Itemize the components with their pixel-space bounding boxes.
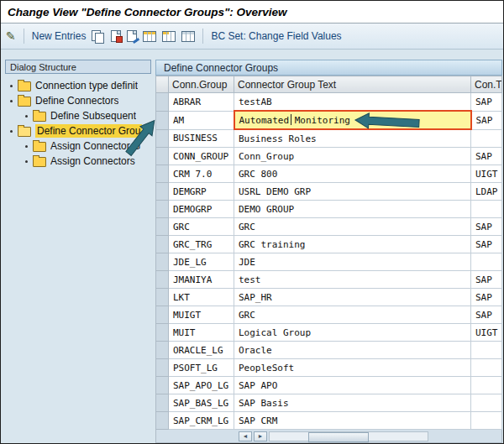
table-row[interactable]: PSOFT_LGPeopleSoft	[156, 359, 502, 377]
con-type-cell[interactable]	[471, 342, 502, 359]
group-text-cell[interactable]: test	[234, 271, 471, 289]
table-row[interactable]: ABRARtestABSAP	[156, 93, 502, 112]
conn-group-cell[interactable]: SAP_BAS_LG	[169, 394, 234, 412]
conn-group-cell[interactable]: DEMGRP	[169, 183, 234, 201]
table-row[interactable]: JMANIYAtestSAP	[156, 271, 502, 289]
table-row[interactable]: LKTSAP_HRSAP	[156, 289, 502, 306]
select-block-icon[interactable]	[162, 31, 176, 42]
row-selector[interactable]	[156, 289, 169, 306]
table-row[interactable]: GRCGRCSAP	[156, 218, 502, 236]
group-text-cell[interactable]: GRC 800	[234, 165, 471, 183]
column-header-conn-group[interactable]: Conn.Group	[169, 76, 234, 93]
conn-group-cell[interactable]: SAP_CRM_LG	[169, 412, 234, 430]
select-all-corner[interactable]	[156, 76, 169, 93]
table-row[interactable]: MUITLogical GroupUIGT	[156, 324, 502, 342]
table-row[interactable]: DEMGRPUSRL DEMO GRPLDAP	[156, 183, 502, 201]
con-type-cell[interactable]	[471, 377, 502, 394]
group-text-cell[interactable]: testAB	[234, 93, 471, 112]
tree-item-define-subsequent[interactable]: Define Subsequent	[5, 108, 151, 123]
con-type-cell[interactable]: SAP	[471, 271, 502, 289]
group-text-cell[interactable]: Logical Group	[234, 324, 471, 342]
new-entries-button[interactable]: New Entries	[32, 30, 87, 42]
row-selector[interactable]	[156, 236, 169, 253]
undo-change-icon[interactable]	[127, 30, 137, 42]
con-type-cell[interactable]	[471, 253, 502, 271]
row-selector[interactable]	[156, 218, 169, 236]
conn-group-cell[interactable]: ORACLE_LG	[169, 342, 234, 359]
bc-set-button[interactable]: BC Set: Change Field Values	[211, 30, 341, 42]
group-text-cell[interactable]: Oracle	[234, 342, 471, 359]
con-type-cell[interactable]: SAP	[471, 306, 502, 324]
table-row[interactable]: AMAutomated MonitoringSAP	[156, 111, 502, 129]
row-selector[interactable]	[156, 165, 169, 183]
table-row[interactable]: ORACLE_LGOracle	[156, 342, 502, 359]
tree-item-assign-connectors[interactable]: Assign Connectors	[5, 154, 151, 169]
conn-group-cell[interactable]: MUIT	[169, 324, 234, 342]
table-row[interactable]: SAP_APO_LGSAP APO	[156, 377, 502, 394]
con-type-cell[interactable]: SAP	[471, 148, 502, 165]
conn-group-cell[interactable]: JMANIYA	[169, 271, 234, 289]
group-text-cell[interactable]: GRC	[234, 218, 471, 236]
group-text-cell[interactable]: DEMO GROUP	[234, 201, 471, 218]
conn-group-cell[interactable]: BUSINESS	[169, 129, 234, 148]
table-row[interactable]: CRM 7.0GRC 800UIGT	[156, 165, 502, 183]
row-selector[interactable]	[156, 271, 169, 289]
con-type-cell[interactable]: SAP	[471, 236, 502, 253]
conn-group-cell[interactable]: GRC_TRG	[169, 236, 234, 253]
conn-group-cell[interactable]: LKT	[169, 289, 234, 306]
table-row[interactable]: MUIGTGRCSAP	[156, 306, 502, 324]
con-type-cell[interactable]: SAP	[471, 111, 502, 129]
scrollbar-thumb[interactable]	[308, 432, 369, 442]
con-type-cell[interactable]	[471, 412, 502, 430]
row-selector[interactable]	[156, 93, 169, 112]
group-text-cell[interactable]: JDE	[234, 253, 471, 271]
conn-group-cell[interactable]: PSOFT_LG	[169, 359, 234, 377]
tree-item-connection-type-definit[interactable]: Connection type definit	[5, 78, 151, 93]
group-text-cell[interactable]: GRC training	[234, 236, 471, 253]
scrollbar-track[interactable]	[269, 431, 428, 441]
scroll-right-button[interactable]: ►	[254, 431, 267, 441]
row-selector[interactable]	[156, 342, 169, 359]
copy-as-icon[interactable]	[92, 30, 105, 43]
row-selector[interactable]	[156, 201, 169, 218]
group-text-cell[interactable]: SAP Basis	[234, 394, 471, 412]
con-type-cell[interactable]	[471, 394, 502, 412]
conn-group-cell[interactable]: DEMOGRP	[169, 201, 234, 218]
column-header-group-text[interactable]: Connector Group Text	[234, 76, 471, 93]
group-text-cell[interactable]: PeopleSoft	[234, 359, 471, 377]
group-text-cell[interactable]: Conn_Group	[234, 148, 471, 165]
row-selector[interactable]	[156, 306, 169, 324]
conn-group-cell[interactable]: SAP_APO_LG	[169, 377, 234, 394]
conn-group-cell[interactable]: GRC	[169, 218, 234, 236]
group-text-cell[interactable]: USRL DEMO GRP	[234, 183, 471, 201]
tree-item-define-connectors[interactable]: Define Connectors	[5, 93, 151, 108]
conn-group-cell[interactable]: AM	[169, 111, 234, 129]
delete-icon[interactable]	[111, 30, 121, 42]
group-text-cell[interactable]: Business Roles	[234, 129, 471, 148]
tree-item-define-connector-grou[interactable]: Define Connector Grou	[5, 123, 151, 138]
group-text-cell[interactable]: Automated Monitoring	[234, 111, 471, 129]
row-selector[interactable]	[156, 129, 169, 148]
row-selector[interactable]	[156, 359, 169, 377]
group-text-cell[interactable]: GRC	[234, 306, 471, 324]
con-type-cell[interactable]: SAP	[471, 218, 502, 236]
table-row[interactable]: SAP_BAS_LGSAP Basis	[156, 394, 502, 412]
conn-group-cell[interactable]: JDE_LG	[169, 253, 234, 271]
row-selector[interactable]	[156, 253, 169, 271]
table-row[interactable]: DEMOGRPDEMO GROUP	[156, 201, 502, 218]
row-selector[interactable]	[156, 148, 169, 165]
group-text-cell[interactable]: SAP_HR	[234, 289, 471, 306]
table-row[interactable]: JDE_LGJDE	[156, 253, 502, 271]
con-type-cell[interactable]	[471, 201, 502, 218]
deselect-all-icon[interactable]	[181, 31, 195, 42]
table-row[interactable]: BUSINESSBusiness Roles	[156, 129, 502, 148]
table-row[interactable]: GRC_TRGGRC trainingSAP	[156, 236, 502, 253]
con-type-cell[interactable]	[471, 129, 502, 148]
conn-group-cell[interactable]: CRM 7.0	[169, 165, 234, 183]
group-text-cell[interactable]: SAP APO	[234, 377, 471, 394]
column-header-con-type[interactable]: Con.T	[471, 76, 502, 93]
con-type-cell[interactable]: SAP	[471, 289, 502, 306]
con-type-cell[interactable]: SAP	[471, 93, 502, 112]
table-row[interactable]: CONN_GROUPConn_GroupSAP	[156, 148, 502, 165]
row-selector[interactable]	[156, 377, 169, 394]
